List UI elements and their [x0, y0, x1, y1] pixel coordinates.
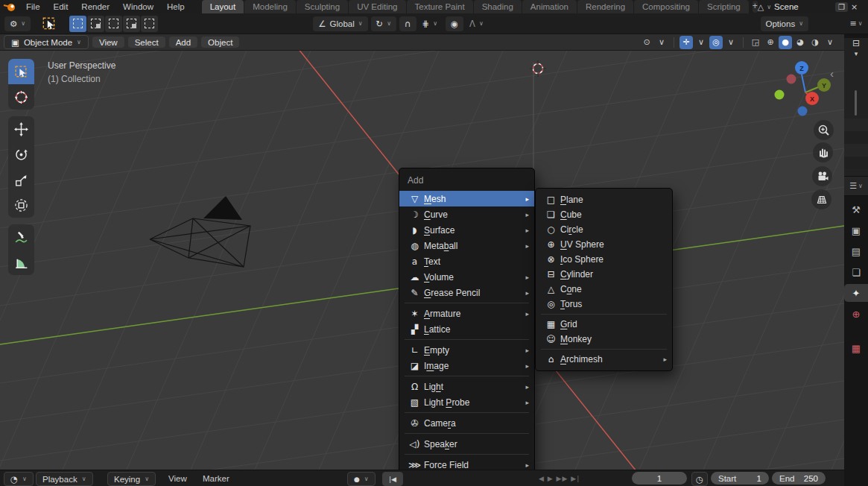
add-workspace-button[interactable]: +	[753, 1, 758, 13]
timeline-menu-marker[interactable]: Marker	[203, 472, 229, 485]
measure-tool[interactable]	[8, 250, 34, 275]
menu-item-lattice[interactable]: ▞Lattice	[399, 321, 534, 337]
topbar-menu-edit[interactable]: Edit	[47, 2, 75, 11]
shading-settings-dropdown-icon[interactable]: ∨	[823, 36, 837, 49]
auto-keying-button[interactable]: ● ∨	[347, 472, 376, 486]
chevron-down-icon[interactable]: ∨	[655, 36, 668, 49]
blender-logo-icon[interactable]	[0, 0, 19, 13]
timeline-menu-playback[interactable]: Playback∨	[36, 472, 93, 486]
scene-name-field[interactable]: Scene	[774, 2, 832, 11]
select-mode-2[interactable]	[105, 16, 122, 32]
outliner-row[interactable]	[844, 119, 868, 131]
zoom-nav-button[interactable]	[814, 120, 834, 140]
menu-item-armature[interactable]: ✶Armature▸	[399, 306, 534, 321]
menu-item-empty[interactable]: ∟Empty▸	[399, 342, 534, 358]
annotate-tool[interactable]	[8, 224, 34, 250]
menu-item-grease-pencil[interactable]: ✎Grease Pencil▸	[399, 285, 534, 300]
overlays-toggle-icon[interactable]: ◎	[709, 36, 723, 49]
menu-item-grid[interactable]: ▦Grid	[536, 317, 672, 332]
menu-item-curve[interactable]: ☽Curve▸	[399, 206, 534, 222]
scene-tab[interactable]: ✦	[844, 284, 868, 302]
shading-solid-icon[interactable]: ●	[779, 36, 792, 49]
current-frame-field[interactable]: 1	[632, 472, 687, 485]
workspace-tab-uv-editing[interactable]: UV Editing	[349, 0, 405, 13]
viewport-menu-add[interactable]: Add	[169, 37, 197, 48]
disclosure-triangle-icon[interactable]: ▾	[844, 50, 868, 57]
workspace-tab-sculpting[interactable]: Sculpting	[297, 0, 348, 13]
workspace-tab-animation[interactable]: Animation	[522, 0, 577, 13]
scene-icon[interactable]: △	[758, 2, 764, 12]
jump-to-start-button[interactable]: |◀	[382, 472, 403, 486]
transform-tool[interactable]	[8, 192, 34, 218]
gizmo-y-neg-ball[interactable]	[775, 90, 785, 100]
outliner-row[interactable]	[844, 157, 868, 169]
menu-item-text[interactable]: aText	[399, 253, 534, 269]
menu-item-cylinder[interactable]: ⊟Cylinder	[536, 267, 672, 282]
transform-orientation-dropdown[interactable]: ∠ Global ∨	[313, 16, 367, 31]
new-scene-copy-icon[interactable]: ❐	[835, 2, 848, 12]
frame-end-field[interactable]: End 250	[772, 472, 826, 485]
chevron-down-icon[interactable]: ∨	[858, 183, 863, 189]
visibility-dropdown-icon[interactable]: ⊙	[640, 36, 653, 49]
gizmo-z-neg-ball[interactable]	[798, 107, 808, 116]
menu-item-uv-sphere[interactable]: ⊕UV Sphere	[536, 237, 672, 252]
outliner-scrollbar[interactable]	[855, 90, 857, 116]
region-collapse-chevron-icon[interactable]: ‹	[830, 67, 834, 80]
select-mode-4[interactable]	[141, 16, 158, 32]
topbar-menu-window[interactable]: Window	[116, 2, 160, 11]
pivot-point-dropdown[interactable]: ↻ ∨	[371, 16, 397, 31]
scene-dropdown-chevron-icon[interactable]: ∨	[767, 4, 771, 10]
view-layer-tab[interactable]: ❏	[844, 263, 868, 281]
menu-item-light-probe[interactable]: ▧Light Probe▸	[399, 394, 534, 410]
chevron-down-icon[interactable]: ∨	[858, 20, 863, 27]
menu-item-plane[interactable]: □Plane	[536, 192, 672, 207]
chevron-down-icon[interactable]: ∨	[724, 36, 738, 49]
shading-wireframe-icon[interactable]: ⊕	[764, 36, 777, 49]
topbar-menu-render[interactable]: Render	[75, 2, 116, 11]
menu-item-cone[interactable]: △Cone	[536, 282, 672, 297]
active-tool-preview[interactable]	[39, 15, 59, 33]
mode-dropdown[interactable]: ▣ Object Mode ∨	[4, 35, 89, 49]
viewport-3d[interactable]: User Perspective (1) Collection Z Y X ‹ …	[0, 51, 844, 470]
timeline-editor-selector[interactable]: ◔ ∨	[4, 472, 34, 486]
use-preview-range-button[interactable]: ◷	[691, 472, 708, 486]
workspace-tab-compositing[interactable]: Compositing	[634, 0, 698, 13]
gizmo-x-neg-ball[interactable]	[787, 75, 796, 84]
grid-nav-button[interactable]	[811, 189, 831, 209]
collection-box-icon[interactable]: ⊟	[844, 38, 868, 48]
workspace-tab-rendering[interactable]: Rendering	[577, 0, 633, 13]
tool-tab[interactable]: ⚒	[844, 201, 868, 218]
outliner-panel[interactable]: ⊟ ▾	[844, 38, 868, 177]
proportional-falloff-dropdown[interactable]: Λ ∨	[464, 16, 489, 31]
viewport-menu-select[interactable]: Select	[128, 37, 165, 48]
select-mode-1[interactable]	[87, 16, 104, 32]
menu-item-torus[interactable]: ◎Torus	[536, 297, 672, 312]
camera-object[interactable]	[150, 196, 250, 267]
frame-start-field[interactable]: Start 1	[711, 472, 769, 485]
menu-item-speaker[interactable]: ◁)Speaker	[399, 436, 534, 452]
chevron-down-icon[interactable]: ∨	[694, 36, 708, 49]
menu-item-image[interactable]: ◪Image▸	[399, 358, 534, 373]
menu-item-ico-sphere[interactable]: ⊗Ico Sphere	[536, 252, 672, 267]
menu-item-mesh[interactable]: ▽Mesh▸	[399, 191, 534, 206]
snap-toggle-button[interactable]: ∩	[399, 16, 416, 31]
workspace-tab-scripting[interactable]: Scripting	[699, 0, 749, 13]
timeline-menu-keying[interactable]: Keying∨	[107, 472, 156, 486]
timeline-menu-view[interactable]: View	[168, 472, 187, 485]
viewport-menu-object[interactable]: Object	[201, 37, 239, 48]
rotate-tool[interactable]	[8, 142, 34, 167]
menu-item-circle[interactable]: ○Circle	[536, 222, 672, 237]
topbar-menu-file[interactable]: File	[19, 2, 47, 11]
playback-transport-buttons[interactable]: ◀ ▶ ▶▶ ▶|	[539, 472, 580, 485]
render-tab[interactable]: ▣	[844, 221, 868, 239]
menu-item-monkey[interactable]: ☺Monkey	[536, 332, 672, 347]
menu-item-surface[interactable]: ◗Surface▸	[399, 222, 534, 238]
active-tool-selector[interactable]: ⚙ ∨	[4, 16, 31, 31]
camera-nav-button[interactable]	[812, 166, 832, 186]
properties-editor-icon[interactable]: ☰	[849, 181, 857, 191]
options-dropdown[interactable]: Options ∨	[761, 16, 809, 31]
outliner-row[interactable]	[844, 144, 868, 157]
xray-toggle-icon[interactable]: ◲	[749, 36, 762, 49]
viewport-menu-view[interactable]: View	[92, 37, 124, 48]
cursor-tool[interactable]	[8, 84, 34, 110]
